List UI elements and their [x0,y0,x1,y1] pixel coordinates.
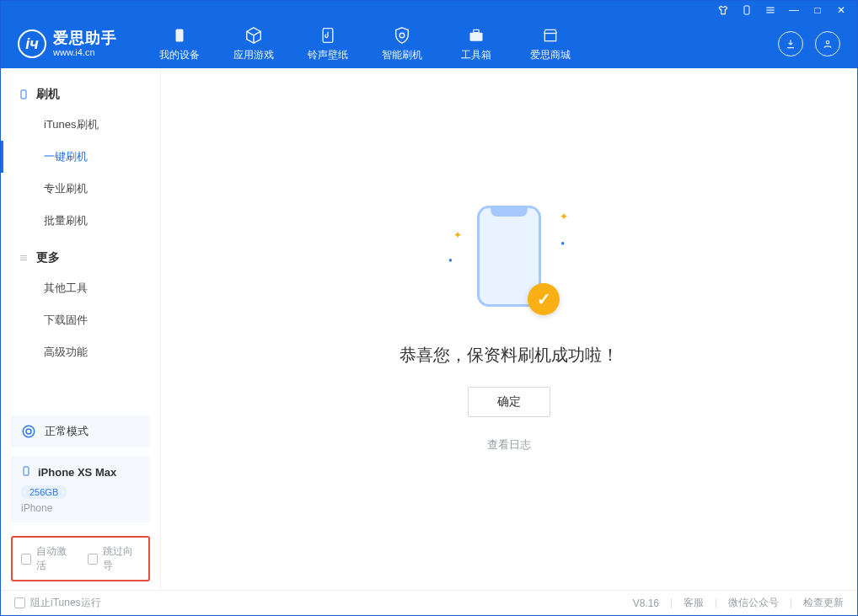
logo-title: 爱思助手 [53,30,117,47]
logo: iч 爱思助手 www.i4.cn [18,29,117,58]
nav-toolbox[interactable]: 工具箱 [439,19,513,68]
group-title: 刷机 [36,87,60,102]
success-message: 恭喜您，保资料刷机成功啦！ [400,344,619,367]
list-icon [18,252,29,264]
svg-rect-0 [744,6,749,14]
checkbox-icon [14,597,25,608]
success-illustration: ✦ ● ✦ ● ✓ [458,206,560,324]
nav-label: 工具箱 [461,48,491,62]
svg-point-14 [23,426,35,437]
svg-rect-6 [470,32,483,40]
nav-apps[interactable]: 应用游戏 [217,19,291,68]
svg-rect-15 [24,467,29,475]
phone-small-icon[interactable] [741,4,753,16]
titlebar: — □ ✕ [1,1,857,19]
main-content: ✦ ● ✦ ● ✓ 恭喜您，保资料刷机成功啦！ 确定 查看日志 [161,68,857,590]
phone-notch-icon [491,208,528,217]
user-icon[interactable] [815,31,840,56]
toolbox-icon [467,26,485,45]
group-flash: 刷机 [1,80,160,109]
phone-icon [170,26,189,45]
divider [716,598,716,608]
skip-guide-checkbox[interactable]: 跳过向导 [88,544,141,573]
cube-icon [244,26,263,45]
sidebar-item-other-tools[interactable]: 其他工具 [1,272,160,304]
sidebar-item-advanced[interactable]: 高级功能 [1,336,160,368]
maximize-icon[interactable]: □ [812,4,823,16]
shield-refresh-icon [393,26,411,45]
sidebar-item-batch-flash[interactable]: 批量刷机 [1,205,160,237]
device-name: iPhone XS Max [38,466,116,479]
divider [791,598,791,608]
view-log-link[interactable]: 查看日志 [487,437,531,453]
device-type: iPhone [21,502,140,514]
phone-small-icon [21,464,31,480]
svg-rect-7 [474,29,480,32]
block-itunes-checkbox[interactable]: 阻止iTunes运行 [14,596,101,610]
store-icon [541,26,560,45]
nav-store[interactable]: 爱思商城 [513,19,587,68]
wechat-link[interactable]: 微信公众号 [728,596,779,610]
download-icon[interactable] [778,31,803,56]
nav-label: 我的设备 [159,48,200,62]
version-label: V8.16 [633,597,659,609]
group-title: 更多 [36,250,60,265]
svg-rect-8 [544,33,555,40]
nav-my-device[interactable]: 我的设备 [142,19,217,68]
svg-rect-10 [21,90,26,99]
mode-label: 正常模式 [45,424,88,439]
svg-rect-4 [176,29,184,41]
customer-service-link[interactable]: 客服 [684,596,704,610]
logo-mark-icon: iч [18,29,46,58]
device-card[interactable]: iPhone XS Max 256GB iPhone [11,456,150,522]
sidebar-item-download-firmware[interactable]: 下载固件 [1,304,160,336]
music-file-icon [319,26,337,45]
divider [671,598,672,608]
refresh-circle-icon [21,424,36,439]
app-window: — □ ✕ iч 爱思助手 www.i4.cn 我的设备 应用游戏 铃声壁纸 [0,0,858,616]
header: iч 爱思助手 www.i4.cn 我的设备 应用游戏 铃声壁纸 智能刷机 [1,19,857,68]
nav-label: 爱思商城 [530,48,571,62]
close-icon[interactable]: ✕ [835,4,847,16]
nav-ringtones[interactable]: 铃声壁纸 [291,19,365,68]
check-update-link[interactable]: 检查更新 [803,596,844,610]
nav-label: 应用游戏 [233,48,274,62]
phone-outline-icon [18,88,29,100]
checkbox-label: 跳过向导 [103,544,140,573]
storage-badge: 256GB [21,485,67,499]
nav-bar: 我的设备 应用游戏 铃声壁纸 智能刷机 工具箱 爱思商城 [142,19,587,68]
header-actions [778,31,840,56]
body: 刷机 iTunes刷机 一键刷机 专业刷机 批量刷机 更多 其他工具 下载固件 … [1,68,857,590]
options-highlighted: 自动激活 跳过向导 [11,536,150,581]
nav-smart-flash[interactable]: 智能刷机 [365,19,439,68]
sidebar-item-oneclick-flash[interactable]: 一键刷机 [1,141,160,173]
checkbox-icon [21,554,31,565]
auto-activate-checkbox[interactable]: 自动激活 [21,544,74,573]
tshirt-icon[interactable] [717,4,729,16]
confirm-button[interactable]: 确定 [468,387,550,417]
sparkle-icon: ✦ [453,229,462,241]
nav-label: 智能刷机 [382,48,422,62]
minimize-icon[interactable]: — [788,4,800,16]
mode-card[interactable]: 正常模式 [11,415,150,447]
svg-point-9 [826,41,829,45]
menu-icon[interactable] [764,4,776,16]
sidebar-item-itunes-flash[interactable]: iTunes刷机 [1,109,160,141]
sidebar: 刷机 iTunes刷机 一键刷机 专业刷机 批量刷机 更多 其他工具 下载固件 … [1,68,161,590]
sparkle-icon: ✦ [560,211,568,222]
dot-icon: ● [560,239,565,247]
checkbox-icon [88,554,98,565]
sidebar-item-pro-flash[interactable]: 专业刷机 [1,173,160,205]
footer: 阻止iTunes运行 V8.16 客服 微信公众号 检查更新 [1,590,857,615]
nav-label: 铃声壁纸 [308,48,348,62]
group-more: 更多 [1,244,160,272]
checkbox-label: 自动激活 [36,544,73,573]
checkbox-label: 阻止iTunes运行 [30,596,101,610]
logo-subtitle: www.i4.cn [53,47,117,57]
check-badge-icon: ✓ [528,283,560,315]
dot-icon: ● [448,256,453,264]
